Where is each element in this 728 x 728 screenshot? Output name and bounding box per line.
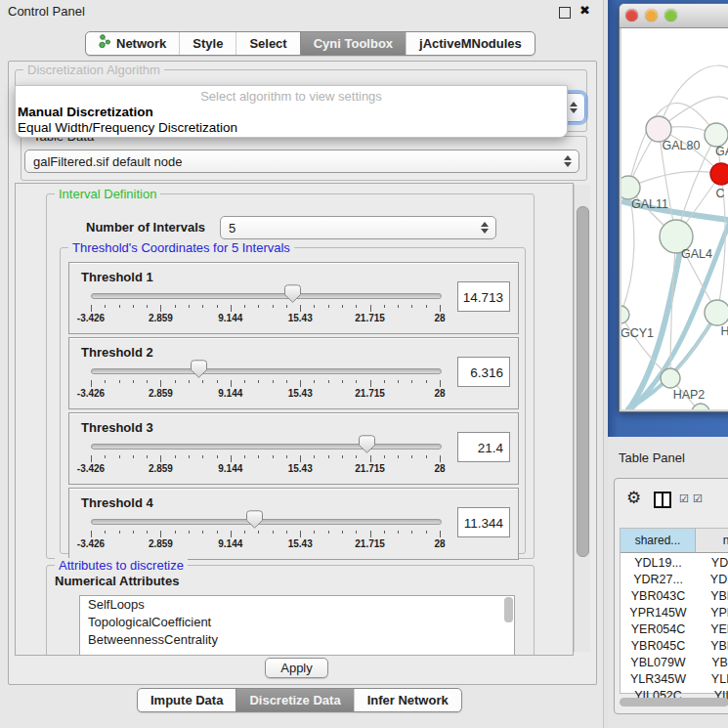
tick-mark xyxy=(314,305,315,308)
network-node[interactable] xyxy=(710,163,728,185)
threshold-value-field[interactable]: 11.344 xyxy=(457,507,510,537)
tab-impute-data[interactable]: Impute Data xyxy=(138,689,236,711)
tab-label: Network xyxy=(116,32,166,55)
tick-mark xyxy=(440,531,441,537)
table-row[interactable]: YLR345WYLR3 xyxy=(621,671,728,688)
tick-mark xyxy=(328,380,329,383)
tick-mark xyxy=(426,380,427,383)
tick-label: 15.43 xyxy=(288,313,313,323)
network-node[interactable] xyxy=(621,306,629,323)
table-hscrollbar-thumb[interactable] xyxy=(620,698,728,707)
tick-label: 15.43 xyxy=(288,463,313,474)
tab-infer-network[interactable]: Infer Network xyxy=(354,689,461,711)
num-intervals-combobox[interactable]: 5 xyxy=(220,216,496,239)
tab-label: Discretize Data xyxy=(249,689,340,711)
table-row[interactable]: YER054CYER0 xyxy=(621,621,728,638)
dropdown-option[interactable]: Manual Discretization xyxy=(18,105,153,119)
tick-mark xyxy=(105,455,106,458)
slider-thumb[interactable] xyxy=(246,510,263,532)
slider-thumb[interactable] xyxy=(359,435,375,456)
minimize-traffic-light-icon[interactable] xyxy=(645,9,658,21)
network-canvas[interactable]: GAL80GACGAL11GAL4HGCY1HAP2 xyxy=(621,28,728,409)
threshold-value-field[interactable]: 14.713 xyxy=(457,281,510,312)
attributes-listbox[interactable]: SelfLoopsTopologicalCoefficientBetweenne… xyxy=(79,595,515,656)
tick-label: 28 xyxy=(434,538,445,549)
dropdown-option[interactable]: Equal Width/Frequency Discretization xyxy=(18,120,237,135)
tick-mark xyxy=(160,455,161,462)
tick-label: -3.426 xyxy=(77,313,105,323)
tick-mark xyxy=(119,455,120,458)
slider-track[interactable] xyxy=(91,293,442,299)
threshold-label: Threshold 3 xyxy=(81,420,153,435)
tick-label: -3.426 xyxy=(77,463,105,474)
close-traffic-light-icon[interactable] xyxy=(625,9,638,21)
network-icon xyxy=(99,32,111,55)
tick-mark xyxy=(273,455,274,458)
column-header[interactable]: shared... xyxy=(621,529,696,553)
tick-mark xyxy=(398,305,399,308)
column-header[interactable]: n xyxy=(696,529,728,553)
main-scrollbar-track[interactable] xyxy=(574,185,590,652)
tab-style[interactable]: Style xyxy=(179,32,236,55)
table-data-combobox[interactable]: galFiltered.sif default node xyxy=(24,150,579,173)
network-node[interactable] xyxy=(621,176,640,199)
slider-track[interactable] xyxy=(91,368,442,374)
network-edge[interactable] xyxy=(659,65,728,129)
slider-thumb[interactable] xyxy=(284,284,301,306)
tick-mark xyxy=(133,455,134,458)
tick-mark xyxy=(105,380,106,383)
table-row[interactable]: YPR145WYPR1 xyxy=(621,605,728,621)
tab-network[interactable]: Network xyxy=(86,32,179,55)
attribute-list-item[interactable]: TopologicalCoefficient xyxy=(80,614,514,631)
tick-mark xyxy=(160,380,161,387)
network-edge[interactable] xyxy=(628,171,721,188)
attribute-list-item[interactable]: SelfLoops xyxy=(80,596,514,614)
tick-mark xyxy=(244,531,245,534)
checkbox-icon[interactable]: ☑ xyxy=(693,492,703,505)
tab-label: Cyni Toolbox xyxy=(314,32,393,55)
tick-mark xyxy=(133,531,134,534)
tab-jactivemnodules[interactable]: jActiveMNodules xyxy=(406,32,535,55)
close-icon[interactable]: ✖ xyxy=(579,3,590,18)
tick-mark xyxy=(258,305,259,308)
checkbox-icon[interactable]: ☑ xyxy=(679,492,689,505)
attribute-list-item[interactable]: BetweennessCentrality xyxy=(80,631,514,649)
threshold-value-field[interactable]: 21.4 xyxy=(457,432,510,462)
network-view-window[interactable]: GAL80GACGAL11GAL4HGCY1HAP2 xyxy=(619,3,728,412)
tick-mark xyxy=(398,531,399,534)
table-row[interactable]: YDL19...YDL1 xyxy=(621,555,728,572)
cytoscape-desktop: GAL80GACGAL11GAL4HGCY1HAP2 xyxy=(608,0,728,437)
table-row[interactable]: YBR045CYBR0 xyxy=(621,638,728,655)
tab-discretize-data[interactable]: Discretize Data xyxy=(236,689,353,711)
table-row[interactable]: YBL079WYBL0 xyxy=(621,655,728,671)
list-scrollbar[interactable] xyxy=(504,597,513,622)
gear-icon[interactable]: ⚙ xyxy=(626,488,641,507)
threshold-value-field[interactable]: 6.316 xyxy=(457,357,510,387)
zoom-traffic-light-icon[interactable] xyxy=(664,9,677,21)
column-layout-icon[interactable] xyxy=(654,492,671,508)
table-row[interactable]: YBR043CYBR0 xyxy=(621,588,728,605)
main-scrollbar-thumb[interactable] xyxy=(577,206,589,557)
network-node[interactable] xyxy=(692,404,709,409)
slider-track[interactable] xyxy=(91,444,442,450)
slider-thumb[interactable] xyxy=(191,360,207,381)
apply-button[interactable]: Apply xyxy=(265,658,328,678)
tick-mark xyxy=(258,380,259,383)
tick-label: 28 xyxy=(434,463,445,474)
tab-cyni-toolbox[interactable]: Cyni Toolbox xyxy=(300,32,406,55)
tick-mark xyxy=(160,531,161,537)
network-node[interactable] xyxy=(661,368,680,388)
tick-mark xyxy=(91,305,92,312)
combo-stepper-icon xyxy=(564,155,572,167)
table-row[interactable]: YDR27...YDR2 xyxy=(621,572,728,588)
tick-mark xyxy=(300,380,301,387)
tick-mark xyxy=(231,305,232,312)
table-cell: YDL1 xyxy=(696,555,728,572)
network-node[interactable] xyxy=(705,300,728,325)
table-cell: YER0 xyxy=(696,621,728,638)
tab-select[interactable]: Select xyxy=(236,32,299,55)
network-window-titlebar[interactable] xyxy=(620,4,728,28)
float-window-icon[interactable] xyxy=(559,7,571,19)
slider-track[interactable] xyxy=(91,519,442,525)
tick-label: 28 xyxy=(434,313,445,323)
